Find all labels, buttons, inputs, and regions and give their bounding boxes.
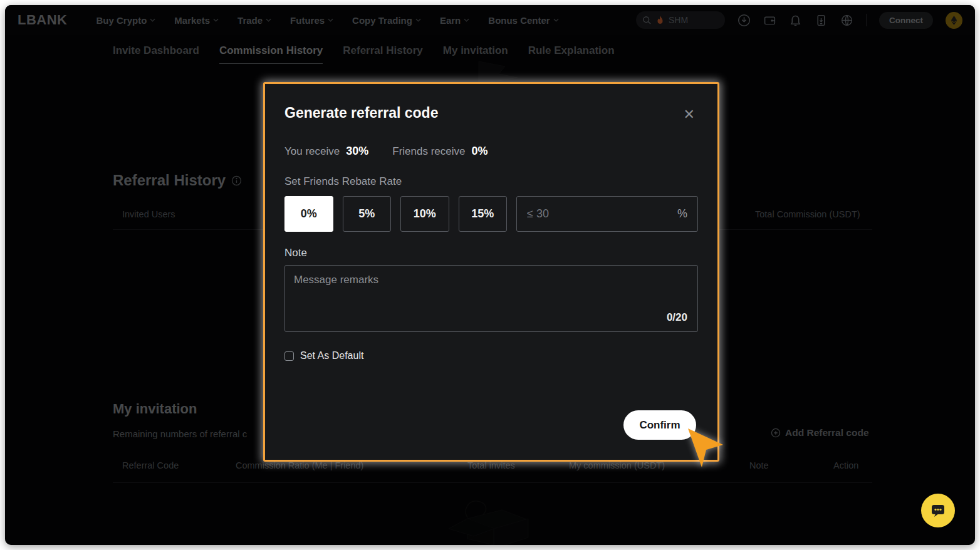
you-receive-value: 30% — [346, 145, 368, 158]
rate-option-5[interactable]: 5% — [343, 196, 392, 232]
set-default-checkbox[interactable] — [284, 351, 294, 361]
character-counter: 0/20 — [667, 311, 687, 324]
support-chat-button[interactable] — [921, 494, 955, 527]
rebate-rate-options: 0% 5% 10% 15% % — [284, 196, 698, 232]
note-textarea[interactable] — [285, 266, 697, 311]
rate-option-15[interactable]: 15% — [459, 196, 508, 232]
generate-referral-code-modal: Generate referral code ✕ You receive 30%… — [263, 82, 719, 462]
note-field: 0/20 — [284, 265, 698, 332]
custom-rate-input[interactable] — [527, 207, 672, 221]
screenshot-frame: LBANK Buy Crypto Markets Trade Futures C… — [0, 0, 980, 550]
you-receive-label: You receive — [284, 145, 340, 158]
rate-option-10[interactable]: 10% — [400, 196, 449, 232]
chat-bubble-icon — [930, 502, 946, 519]
set-as-default-row[interactable]: Set As Default — [284, 350, 698, 361]
app-window: LBANK Buy Crypto Markets Trade Futures C… — [5, 5, 975, 545]
note-label: Note — [284, 247, 698, 259]
set-default-label: Set As Default — [300, 350, 363, 361]
cursor-pointer-icon — [685, 423, 726, 469]
friends-receive-label: Friends receive — [392, 145, 465, 158]
custom-rate-field[interactable]: % — [516, 196, 698, 232]
percent-suffix: % — [677, 207, 687, 221]
set-rebate-rate-label: Set Friends Rebate Rate — [284, 175, 698, 188]
close-icon[interactable]: ✕ — [684, 108, 695, 122]
modal-title: Generate referral code — [284, 105, 698, 122]
receive-rates-row: You receive 30% Friends receive 0% — [284, 145, 698, 158]
rate-option-0[interactable]: 0% — [284, 196, 333, 232]
friends-receive-value: 0% — [471, 145, 487, 158]
